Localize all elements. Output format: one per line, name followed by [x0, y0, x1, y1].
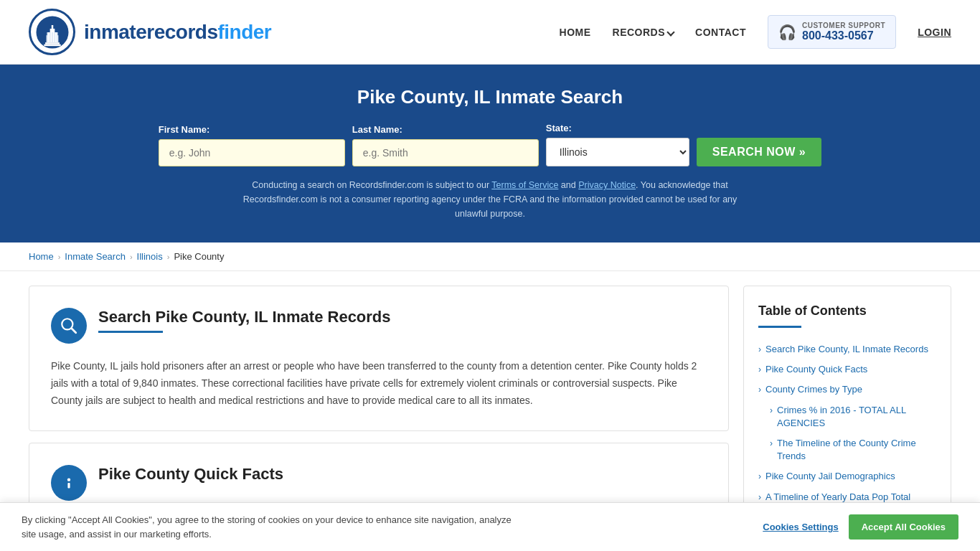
- search-section-icon: [51, 308, 87, 344]
- state-label: State:: [546, 123, 689, 133]
- logo-area: inmaterecordsfinder: [29, 9, 271, 55]
- toc-link-1[interactable]: Search Pike County, IL Inmate Records: [765, 343, 928, 356]
- svg-rect-5: [47, 32, 48, 42]
- terms-link[interactable]: Terms of Service: [491, 180, 558, 190]
- toc-chevron-6: ›: [758, 471, 761, 481]
- inmate-records-card: Search Pike County, IL Inmate Records Pi…: [29, 286, 729, 431]
- main-content: Search Pike County, IL Inmate Records Pi…: [0, 271, 980, 540]
- chevron-down-icon: [666, 28, 674, 36]
- content-area: Search Pike County, IL Inmate Records Pi…: [29, 286, 729, 525]
- accept-cookies-button[interactable]: Accept All Cookies: [849, 514, 958, 540]
- headset-icon: 🎧: [778, 24, 796, 41]
- toc-link-7[interactable]: A Timeline of Yearly Data Pop Total: [765, 491, 910, 504]
- toc-item-6: › Pike County Jail Demographics: [758, 466, 936, 486]
- logo-text: inmaterecordsfinder: [84, 21, 271, 44]
- nav-records-label: RECORDS: [613, 27, 666, 38]
- section-title-1: Search Pike County, IL Inmate Records: [98, 308, 391, 326]
- search-now-button[interactable]: SEARCH NOW »: [697, 138, 821, 166]
- toc-link-3[interactable]: County Crimes by Type: [765, 383, 862, 396]
- section-underline-1: [98, 331, 163, 333]
- state-group: State: Illinois Alabama Alaska Arizona C…: [546, 123, 689, 166]
- quick-facts-title-wrap: Pike County Quick Facts: [98, 465, 283, 484]
- last-name-group: Last Name:: [352, 124, 539, 166]
- search-form: First Name: Last Name: State: Illinois A…: [29, 123, 951, 166]
- toc-chevron-5: ›: [770, 438, 773, 448]
- nav-home[interactable]: HOME: [560, 27, 591, 38]
- toc-item-4: › Crimes % in 2016 - TOTAL ALL AGENCIES: [758, 400, 936, 433]
- sidebar: Table of Contents › Search Pike County, …: [743, 286, 951, 525]
- svg-rect-3: [50, 29, 55, 33]
- toc-chevron-3: ›: [758, 385, 761, 395]
- svg-point-14: [67, 479, 70, 481]
- cookie-actions: Cookies Settings Accept All Cookies: [763, 514, 958, 540]
- svg-rect-8: [54, 32, 55, 42]
- toc-list: › Search Pike County, IL Inmate Records …: [758, 339, 936, 507]
- main-nav: HOME RECORDS CONTACT 🎧 CUSTOMER SUPPORT …: [560, 15, 951, 49]
- toc-underline: [758, 326, 801, 328]
- last-name-label: Last Name:: [352, 124, 539, 135]
- cookie-banner: By clicking "Accept All Cookies", you ag…: [0, 502, 980, 540]
- info-icon: [60, 474, 78, 492]
- section-header-1: Search Pike County, IL Inmate Records: [51, 308, 707, 344]
- breadcrumb-sep-2: ›: [130, 253, 133, 261]
- toc-chevron-7: ›: [758, 492, 761, 502]
- cookies-settings-button[interactable]: Cookies Settings: [763, 522, 838, 532]
- toc-chevron-2: ›: [758, 364, 761, 375]
- toc-item-1: › Search Pike County, IL Inmate Records: [758, 339, 936, 359]
- privacy-link[interactable]: Privacy Notice: [578, 180, 636, 190]
- login-button[interactable]: LOGIN: [918, 27, 951, 38]
- toc-card: Table of Contents › Search Pike County, …: [743, 286, 951, 525]
- section-title-wrap-1: Search Pike County, IL Inmate Records: [98, 308, 391, 333]
- cs-number: 800-433-0567: [802, 29, 885, 42]
- breadcrumb: Home › Inmate Search › Illinois › Pike C…: [0, 242, 980, 271]
- svg-rect-7: [52, 32, 53, 42]
- toc-link-2[interactable]: Pike County Quick Facts: [765, 363, 867, 376]
- state-select[interactable]: Illinois Alabama Alaska Arizona Californ…: [546, 138, 689, 166]
- customer-support-box[interactable]: 🎧 CUSTOMER SUPPORT 800-433-0567: [768, 15, 896, 49]
- toc-link-4[interactable]: Crimes % in 2016 - TOTAL ALL AGENCIES: [777, 404, 936, 430]
- disclaimer-text: Conducting a search on Recordsfinder.com…: [239, 178, 741, 221]
- svg-line-13: [72, 329, 76, 333]
- last-name-input[interactable]: [352, 139, 539, 166]
- toc-item-3: › County Crimes by Type: [758, 380, 936, 400]
- toc-link-6[interactable]: Pike County Jail Demographics: [765, 470, 895, 483]
- cookie-text: By clicking "Accept All Cookies", you ag…: [22, 513, 524, 540]
- section-body-1: Pike County, IL jails hold prisoners aft…: [51, 358, 707, 409]
- svg-rect-6: [49, 32, 50, 42]
- logo-icon: [29, 9, 75, 55]
- breadcrumb-sep-1: ›: [58, 253, 61, 261]
- breadcrumb-home[interactable]: Home: [29, 251, 54, 262]
- hero-section: Pike County, IL Inmate Search First Name…: [0, 65, 980, 242]
- magnifier-icon: [60, 316, 78, 335]
- site-header: inmaterecordsfinder HOME RECORDS CONTACT…: [0, 0, 980, 65]
- logo-main-text: inmaterecords: [84, 21, 217, 43]
- breadcrumb-inmate-search[interactable]: Inmate Search: [65, 251, 126, 262]
- breadcrumb-illinois[interactable]: Illinois: [137, 251, 163, 262]
- first-name-group: First Name:: [159, 124, 345, 166]
- toc-item-2: › Pike County Quick Facts: [758, 359, 936, 380]
- toc-link-5[interactable]: The Timeline of the County Crime Trends: [777, 437, 936, 463]
- logo-finder-text: finder: [217, 21, 271, 43]
- toc-item-5: › The Timeline of the County Crime Trend…: [758, 433, 936, 466]
- svg-rect-10: [45, 42, 60, 44]
- svg-rect-11: [44, 44, 60, 46]
- breadcrumb-pike-county: Pike County: [174, 251, 224, 262]
- toc-title: Table of Contents: [758, 303, 936, 319]
- first-name-label: First Name:: [159, 124, 345, 135]
- cs-label: CUSTOMER SUPPORT: [802, 22, 885, 29]
- svg-rect-4: [51, 25, 53, 29]
- hero-title: Pike County, IL Inmate Search: [29, 86, 951, 108]
- nav-records[interactable]: RECORDS: [613, 27, 674, 38]
- toc-chevron-1: ›: [758, 344, 761, 354]
- svg-rect-9: [56, 32, 57, 42]
- first-name-input[interactable]: [159, 139, 345, 166]
- nav-contact[interactable]: CONTACT: [695, 27, 746, 38]
- svg-rect-15: [67, 483, 70, 489]
- quick-facts-title: Pike County Quick Facts: [98, 465, 283, 484]
- customer-support-text: CUSTOMER SUPPORT 800-433-0567: [802, 22, 885, 42]
- quick-facts-icon: [51, 465, 87, 501]
- toc-chevron-4: ›: [770, 405, 773, 415]
- breadcrumb-sep-3: ›: [167, 253, 170, 261]
